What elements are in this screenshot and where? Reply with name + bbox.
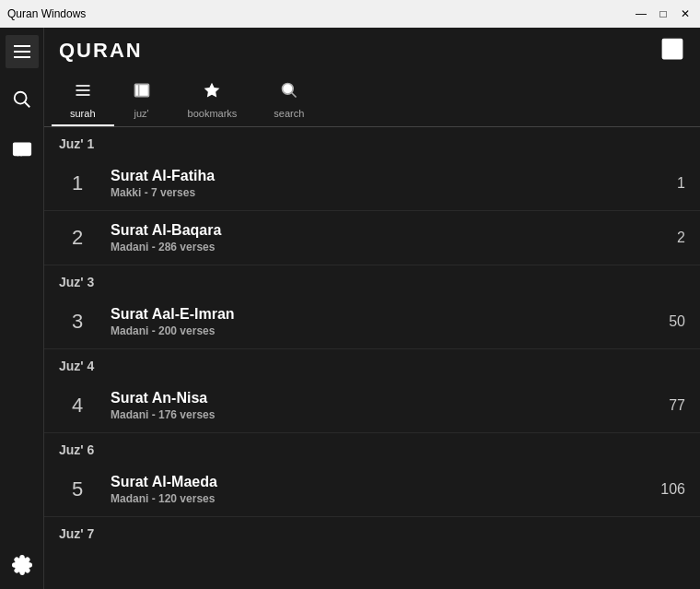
app-name: QURAN	[59, 39, 143, 63]
surah-details: Makki - 7 verses	[111, 186, 677, 199]
sidebar	[0, 28, 44, 589]
app-header: QURAN	[44, 28, 700, 74]
juz-header: Juz' 4	[44, 349, 700, 379]
svg-rect-8	[76, 85, 89, 87]
svg-point-0	[14, 92, 26, 104]
svg-rect-11	[134, 84, 148, 96]
surah-row[interactable]: 3 Surat Aal-E-Imran Madani - 200 verses …	[44, 295, 700, 349]
surah-page: 1	[677, 175, 685, 192]
tab-juz-label: juz'	[134, 108, 148, 119]
juz-header: Juz' 7	[44, 517, 700, 547]
sidebar-cast-icon[interactable]	[6, 131, 39, 164]
surah-details: Madani - 176 verses	[111, 408, 669, 421]
main-content: QURAN surah j	[44, 28, 700, 589]
star-icon	[203, 81, 221, 104]
svg-marker-13	[204, 83, 220, 98]
svg-point-14	[282, 84, 293, 95]
surah-row[interactable]: 2 Surat Al-Baqara Madani - 286 verses 2	[44, 211, 700, 265]
tab-search[interactable]: search	[255, 74, 322, 126]
tab-bookmarks[interactable]: bookmarks	[169, 74, 256, 126]
surah-row[interactable]: 5 Surat Al-Maeda Madani - 120 verses 106	[44, 463, 700, 517]
surah-info: Surat Al-Maeda Madani - 120 verses	[96, 474, 660, 505]
svg-rect-10	[76, 94, 89, 96]
list-icon	[74, 81, 92, 104]
surah-details: Madani - 286 verses	[111, 241, 677, 253]
window-controls: — □ ✕	[634, 6, 693, 21]
surah-list[interactable]: Juz' 1 1 Surat Al-Fatiha Makki - 7 verse…	[44, 127, 700, 589]
surah-name: Surat Al-Baqara	[111, 222, 677, 239]
svg-rect-4	[663, 40, 682, 59]
search-icon	[280, 81, 298, 104]
surah-row[interactable]: 4 Surat An-Nisa Madani - 176 verses 77	[44, 379, 700, 433]
sidebar-search-icon[interactable]	[6, 83, 39, 116]
surah-details: Madani - 120 verses	[111, 492, 660, 505]
juz-header: Juz' 3	[44, 265, 700, 295]
book-open-icon	[133, 81, 151, 104]
surah-row[interactable]: 1 Surat Al-Fatiha Makki - 7 verses 1	[44, 157, 700, 211]
surah-name: Surat An-Nisa	[111, 390, 669, 406]
surah-number: 4	[59, 394, 96, 418]
surah-page: 77	[669, 397, 685, 414]
surah-name: Surat Aal-E-Imran	[111, 306, 669, 323]
navigation-tabs: surah juz' bookmarks search	[44, 74, 700, 127]
surah-number: 3	[59, 310, 96, 334]
hamburger-menu-button[interactable]	[6, 35, 39, 68]
book-icon[interactable]	[659, 36, 685, 65]
minimize-button[interactable]: —	[634, 6, 648, 21]
sidebar-settings-icon[interactable]	[6, 548, 39, 582]
surah-name: Surat Al-Maeda	[111, 474, 660, 490]
surah-details: Madani - 200 verses	[111, 324, 669, 337]
surah-number: 5	[59, 477, 96, 501]
tab-juz[interactable]: juz'	[114, 74, 169, 126]
juz-header: Juz' 6	[44, 433, 700, 463]
svg-line-1	[24, 102, 29, 108]
svg-rect-9	[76, 89, 89, 91]
tab-surah-label: surah	[70, 108, 96, 119]
surah-number: 2	[59, 226, 96, 250]
surah-page: 106	[660, 481, 685, 498]
juz-header: Juz' 1	[44, 127, 700, 157]
close-button[interactable]: ✕	[678, 6, 693, 21]
maximize-button[interactable]: □	[656, 6, 671, 21]
surah-info: Surat Al-Baqara Madani - 286 verses	[96, 222, 677, 253]
surah-info: Surat Al-Fatiha Makki - 7 verses	[96, 168, 677, 199]
tab-bookmarks-label: bookmarks	[188, 108, 238, 119]
surah-number: 1	[59, 171, 96, 195]
title-bar: Quran Windows — □ ✕	[0, 0, 700, 28]
surah-name: Surat Al-Fatiha	[111, 168, 677, 184]
surah-info: Surat An-Nisa Madani - 176 verses	[96, 390, 669, 421]
surah-page: 50	[669, 313, 685, 330]
tab-surah[interactable]: surah	[52, 74, 114, 126]
tab-search-label: search	[274, 108, 304, 119]
surah-info: Surat Aal-E-Imran Madani - 200 verses	[96, 306, 669, 337]
svg-line-15	[291, 93, 296, 98]
surah-page: 2	[677, 230, 685, 246]
app-title: Quran Windows	[7, 7, 86, 20]
app-container: QURAN surah j	[0, 28, 700, 589]
